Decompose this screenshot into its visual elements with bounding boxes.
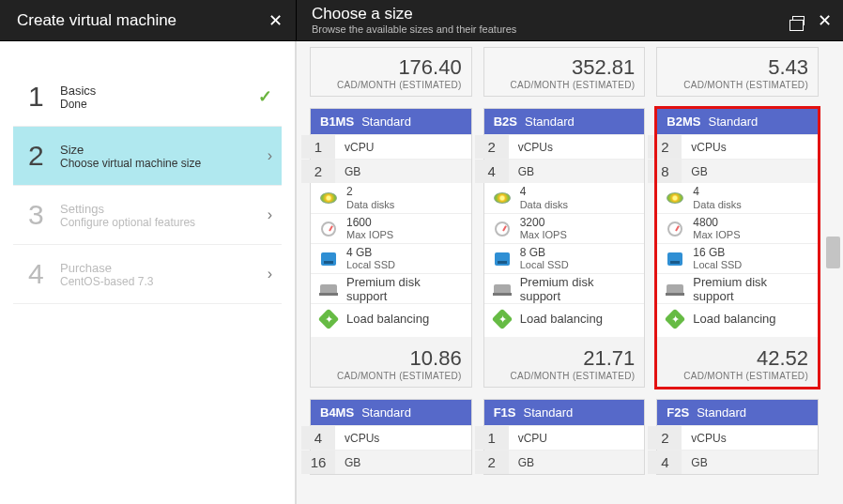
disk-icon: [494, 192, 511, 204]
restore-icon[interactable]: [792, 16, 805, 25]
ssd-icon: [495, 252, 510, 266]
size-card-b2ms[interactable]: B2MSStandard 2vCPUs 8GB 4Data disks 4800…: [656, 108, 819, 388]
wizard-steps: 1 Basics Done ✓ 2 Size Choose virtual ma…: [0, 41, 297, 504]
load-balance-icon: [318, 308, 340, 329]
price-unit: CAD/MONTH (ESTIMATED): [494, 80, 636, 90]
lb-row: Load balancing: [484, 303, 645, 333]
size-card-b4ms[interactable]: B4MSStandard 4vCPUs 16GB: [310, 399, 472, 475]
step-title: Purchase: [60, 261, 268, 275]
wizard-step-basics[interactable]: 1 Basics Done ✓: [13, 68, 282, 127]
gauge-icon: [495, 221, 510, 237]
premium-row: Premium disk support: [484, 273, 645, 303]
card-header: F2SStandard: [657, 400, 818, 425]
price-amount: 5.43: [667, 55, 808, 80]
gauge-icon: [321, 221, 336, 237]
premium-disk-icon: [320, 284, 337, 294]
ram-row: 8GB: [657, 159, 818, 183]
right-panel-title: Choose a size: [312, 6, 516, 23]
ssd-row: 4 GBLocal SSD: [311, 243, 471, 273]
disks-row: 2Data disks: [311, 183, 471, 213]
price-amount: 176.40: [320, 55, 462, 80]
card-header: F1SStandard: [484, 400, 645, 425]
card-header: B1MSStandard: [311, 109, 471, 134]
vcpu-row: 2vCPUs: [657, 134, 818, 159]
step-title: Basics: [60, 84, 258, 98]
iops-row: 4800Max IOPS: [657, 213, 818, 243]
close-right-icon[interactable]: ✕: [818, 10, 832, 31]
vcpu-row: 1vCPU: [484, 425, 645, 450]
vcpu-row: 2vCPUs: [484, 134, 645, 159]
step-subtitle: Choose virtual machine size: [60, 157, 268, 170]
chevron-right-icon: ›: [268, 147, 272, 164]
left-panel-title: Create virtual machine: [17, 11, 176, 30]
left-panel-header: Create virtual machine ✕: [0, 0, 297, 40]
right-panel-subtitle: Browse the available sizes and their fea…: [312, 23, 516, 35]
chevron-right-icon: ›: [268, 206, 272, 223]
wizard-step-settings[interactable]: 3 Settings Configure optional features ›: [13, 186, 282, 245]
vcpu-row: 1vCPU: [311, 134, 471, 159]
load-balance-icon: [665, 308, 686, 329]
card-header: B4MSStandard: [311, 400, 471, 425]
price-unit: CAD/MONTH (ESTIMATED): [320, 80, 462, 90]
iops-row: 1600Max IOPS: [311, 213, 471, 243]
ram-row: 2GB: [311, 159, 471, 183]
ram-row: 2GB: [484, 450, 645, 474]
price-unit: CAD/MONTH (ESTIMATED): [667, 80, 808, 90]
check-icon: ✓: [258, 86, 272, 107]
step-subtitle: CentOS-based 7.3: [60, 275, 268, 288]
size-card-b1ms[interactable]: B1MSStandard 1vCPU 2GB 2Data disks 1600M…: [310, 108, 472, 388]
step-subtitle: Done: [60, 98, 258, 111]
card-footer-price: 21.71CAD/MONTH (ESTIMATED): [484, 337, 645, 387]
ram-row: 4GB: [484, 159, 645, 183]
card-footer-price: 42.52CAD/MONTH (ESTIMATED): [657, 337, 818, 387]
premium-row: Premium disk support: [311, 273, 471, 303]
scrollbar-thumb[interactable]: [826, 237, 840, 268]
step-subtitle: Configure optional features: [60, 216, 268, 229]
vcpu-row: 2vCPUs: [657, 425, 818, 450]
premium-disk-icon: [667, 284, 683, 294]
close-left-icon[interactable]: ✕: [268, 10, 283, 31]
size-card-f2s[interactable]: F2SStandard 2vCPUs 4GB: [656, 399, 819, 475]
wizard-step-size[interactable]: 2 Size Choose virtual machine size ›: [13, 127, 282, 186]
right-panel-header: Choose a size Browse the available sizes…: [297, 0, 843, 40]
card-header: B2MSStandard: [657, 109, 818, 134]
ram-row: 16GB: [311, 450, 471, 474]
ssd-row: 8 GBLocal SSD: [484, 243, 645, 273]
size-card-f1s[interactable]: F1SStandard 1vCPU 2GB: [483, 399, 646, 475]
size-card-b2s[interactable]: B2SStandard 2vCPUs 4GB 4Data disks 3200M…: [483, 108, 646, 388]
lb-row: Load balancing: [657, 303, 818, 333]
top-bar: Create virtual machine ✕ Choose a size B…: [0, 0, 843, 41]
premium-row: Premium disk support: [657, 273, 818, 303]
ram-row: 4GB: [657, 450, 818, 474]
step-title: Size: [60, 143, 268, 157]
ssd-icon: [667, 252, 682, 266]
chevron-right-icon: ›: [268, 266, 272, 283]
gauge-icon: [667, 221, 682, 237]
disks-row: 4Data disks: [484, 183, 645, 213]
ssd-icon: [321, 252, 336, 266]
disk-icon: [320, 192, 337, 204]
premium-disk-icon: [494, 284, 511, 294]
disks-row: 4Data disks: [657, 183, 818, 213]
price-amount: 352.81: [494, 55, 636, 80]
step-title: Settings: [60, 202, 268, 216]
disk-icon: [667, 192, 683, 204]
load-balance-icon: [491, 308, 513, 329]
lb-row: Load balancing: [311, 303, 471, 333]
size-picker-panel: 176.40CAD/MONTH (ESTIMATED) B1MSStandard…: [297, 41, 843, 504]
wizard-step-purchase[interactable]: 4 Purchase CentOS-based 7.3 ›: [13, 245, 282, 304]
iops-row: 3200Max IOPS: [484, 213, 645, 243]
vcpu-row: 4vCPUs: [311, 425, 471, 450]
card-header: B2SStandard: [484, 109, 645, 134]
card-footer-price: 10.86CAD/MONTH (ESTIMATED): [311, 337, 471, 387]
ssd-row: 16 GBLocal SSD: [657, 243, 818, 273]
